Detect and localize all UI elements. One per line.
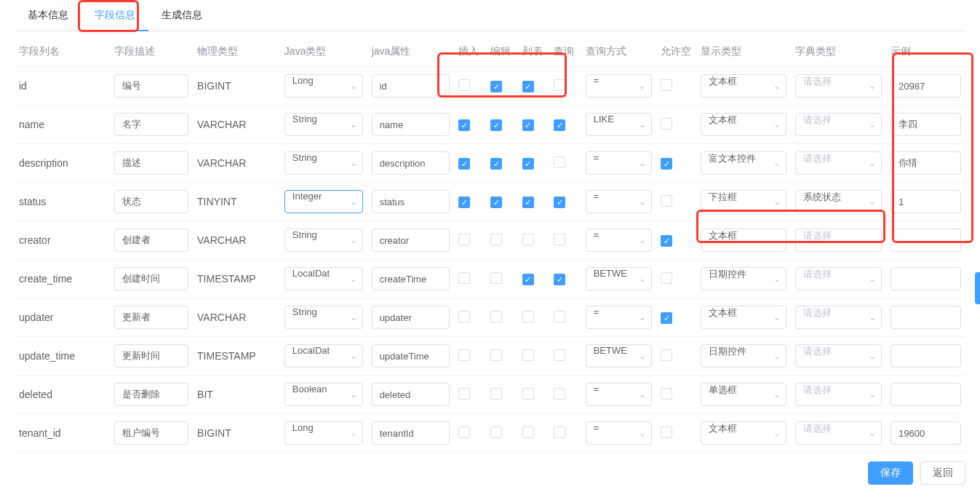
ins-checkbox[interactable] <box>458 426 470 438</box>
dict-type-select[interactable]: 请选择 <box>795 151 882 175</box>
allow-null-checkbox[interactable] <box>661 235 672 247</box>
query-mode-select[interactable]: = <box>586 74 652 98</box>
query-mode-select[interactable]: = <box>586 190 652 213</box>
ins-checkbox[interactable] <box>458 158 470 170</box>
query-checkbox[interactable] <box>554 311 565 322</box>
list-checkbox[interactable] <box>522 349 534 361</box>
example-input[interactable] <box>891 229 961 252</box>
list-checkbox[interactable] <box>522 197 534 208</box>
desc-input[interactable] <box>114 113 188 136</box>
list-checkbox[interactable] <box>522 311 534 322</box>
desc-input[interactable] <box>114 74 188 98</box>
java-attr-input[interactable] <box>372 383 450 406</box>
ins-checkbox[interactable] <box>458 119 470 131</box>
ins-checkbox[interactable] <box>458 272 470 284</box>
dict-type-select[interactable]: 请选择 <box>795 229 882 252</box>
query-mode-select[interactable]: BETWE <box>586 267 652 290</box>
allow-null-checkbox[interactable] <box>661 158 672 170</box>
query-checkbox[interactable] <box>554 349 565 361</box>
allow-null-checkbox[interactable] <box>661 195 672 207</box>
edit-checkbox[interactable] <box>490 234 502 245</box>
example-input[interactable] <box>891 190 961 213</box>
ins-checkbox[interactable] <box>458 79 470 91</box>
desc-input[interactable] <box>114 229 188 252</box>
edit-checkbox[interactable] <box>490 272 502 284</box>
query-checkbox[interactable] <box>554 234 565 245</box>
edit-checkbox[interactable] <box>490 119 502 131</box>
java-type-select[interactable]: Long <box>284 421 363 445</box>
java-attr-input[interactable] <box>372 190 450 213</box>
java-type-select[interactable]: String <box>284 306 363 329</box>
java-type-select[interactable]: String <box>284 113 363 136</box>
edit-checkbox[interactable] <box>490 311 502 322</box>
dict-type-select[interactable]: 系统状态 <box>795 190 882 213</box>
java-type-select[interactable]: Boolean <box>284 383 363 406</box>
example-input[interactable] <box>891 344 961 368</box>
list-checkbox[interactable] <box>522 158 534 170</box>
example-input[interactable] <box>891 74 961 98</box>
example-input[interactable] <box>891 306 961 329</box>
display-type-select[interactable]: 下拉框 <box>701 190 787 213</box>
query-mode-select[interactable]: = <box>586 151 652 175</box>
query-checkbox[interactable] <box>554 426 565 438</box>
example-input[interactable] <box>891 421 961 445</box>
query-checkbox[interactable] <box>554 156 565 168</box>
display-type-select[interactable]: 文本框 <box>701 113 787 136</box>
display-type-select[interactable]: 文本框 <box>701 229 787 252</box>
list-checkbox[interactable] <box>522 426 534 438</box>
display-type-select[interactable]: 富文本控件 <box>701 151 787 175</box>
edit-checkbox[interactable] <box>490 349 502 361</box>
display-type-select[interactable]: 文本框 <box>701 421 787 445</box>
query-checkbox[interactable] <box>554 388 565 400</box>
list-checkbox[interactable] <box>522 119 534 131</box>
java-attr-input[interactable] <box>372 421 450 445</box>
desc-input[interactable] <box>114 190 188 213</box>
query-mode-select[interactable]: = <box>586 383 652 406</box>
dict-type-select[interactable]: 请选择 <box>795 421 882 445</box>
dict-type-select[interactable]: 请选择 <box>795 74 882 98</box>
java-attr-input[interactable] <box>372 229 450 252</box>
scrollbar-thumb[interactable] <box>975 272 980 304</box>
query-mode-select[interactable]: = <box>586 306 652 329</box>
query-checkbox[interactable] <box>554 119 565 131</box>
display-type-select[interactable]: 文本框 <box>701 306 787 329</box>
tab-2[interactable]: 生成信息 <box>148 0 215 31</box>
ins-checkbox[interactable] <box>458 311 470 322</box>
java-attr-input[interactable] <box>372 151 450 175</box>
edit-checkbox[interactable] <box>490 426 502 438</box>
dict-type-select[interactable]: 请选择 <box>795 306 882 329</box>
display-type-select[interactable]: 日期控件 <box>701 267 787 290</box>
query-checkbox[interactable] <box>554 197 565 208</box>
list-checkbox[interactable] <box>522 274 534 285</box>
edit-checkbox[interactable] <box>490 197 502 208</box>
java-type-select[interactable]: Long <box>284 74 363 98</box>
query-mode-select[interactable]: = <box>586 421 652 445</box>
ins-checkbox[interactable] <box>458 234 470 245</box>
allow-null-checkbox[interactable] <box>661 312 672 324</box>
example-input[interactable] <box>891 267 961 290</box>
java-attr-input[interactable] <box>372 306 450 329</box>
java-attr-input[interactable] <box>372 344 450 368</box>
allow-null-checkbox[interactable] <box>661 79 672 91</box>
query-checkbox[interactable] <box>554 79 565 91</box>
java-attr-input[interactable] <box>372 267 450 290</box>
ins-checkbox[interactable] <box>458 388 470 400</box>
java-type-select[interactable]: Integer <box>284 190 363 213</box>
desc-input[interactable] <box>114 383 188 406</box>
desc-input[interactable] <box>114 421 188 445</box>
edit-checkbox[interactable] <box>490 388 502 400</box>
list-checkbox[interactable] <box>522 81 534 92</box>
list-checkbox[interactable] <box>522 388 534 400</box>
ins-checkbox[interactable] <box>458 197 470 208</box>
tab-1[interactable]: 字段信息 <box>81 0 148 31</box>
desc-input[interactable] <box>114 344 188 368</box>
query-mode-select[interactable]: = <box>586 229 652 252</box>
dict-type-select[interactable]: 请选择 <box>795 267 882 290</box>
java-type-select[interactable]: String <box>284 229 363 252</box>
java-attr-input[interactable] <box>372 74 450 98</box>
query-mode-select[interactable]: LIKE <box>586 113 652 136</box>
example-input[interactable] <box>891 113 961 136</box>
dict-type-select[interactable]: 请选择 <box>795 344 882 368</box>
query-checkbox[interactable] <box>554 274 565 285</box>
tab-0[interactable]: 基本信息 <box>15 0 81 31</box>
